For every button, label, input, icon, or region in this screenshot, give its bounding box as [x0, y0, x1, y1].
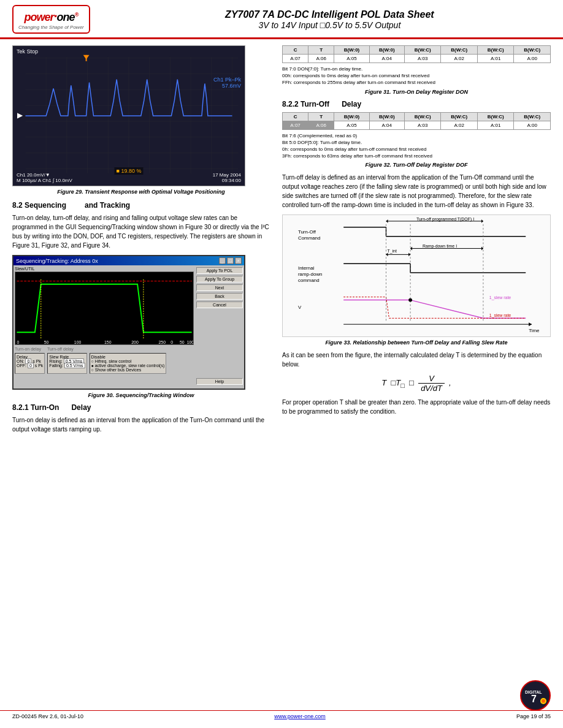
main-content: ▶ Tek Stop Ch1 Pk–Pk 57.6mV ■ 19.80 % Ch… [0, 39, 563, 445]
svg-text:Time: Time [529, 328, 540, 333]
footer-link[interactable]: www.power-one.com [274, 713, 326, 719]
fig33-caption: Figure 33. Relationship between Turn-Off… [282, 339, 551, 346]
scope-percentage: ■ 19.80 % [115, 167, 144, 175]
logo-box: power·one® Changing the Shape of Power [12, 5, 90, 34]
section-8-2-2-text3: For proper operation T shall be greater … [282, 398, 551, 416]
digital7-logo: DIGITAL 7 [520, 680, 551, 711]
svg-text:ramp-down: ramp-down [298, 271, 323, 277]
svg-text:Command: Command [298, 235, 320, 241]
fig30-caption: Figure 30. Sequencing/Tracking Window [12, 392, 270, 398]
fig29-caption: Figure 29. Transient Response with Optim… [12, 189, 270, 195]
right-column: C T B(W:0) B(W:0) B(W:C) B(W:C) B(W:C) B… [282, 45, 551, 439]
gui-maximize-btn[interactable]: □ [227, 257, 234, 264]
svg-text:Internal: Internal [298, 265, 315, 271]
header-title: ZY7007 7A DC-DC Intelligent POL Data She… [90, 9, 551, 30]
svg-text:50: 50 [180, 340, 185, 344]
svg-text:Turn-off programmed T(DOF) I: Turn-off programmed T(DOF) I [416, 217, 474, 222]
gui-slew-label: Slew/UTIL [15, 267, 194, 271]
title-line1: ZY7007 7A DC-DC Intelligent POL Data She… [109, 9, 551, 20]
footer-right: Page 19 of 35 [516, 713, 551, 719]
svg-text:▶: ▶ [17, 111, 23, 119]
svg-marker-40 [529, 323, 532, 327]
svg-point-76 [542, 699, 545, 703]
svg-text:200: 200 [131, 340, 139, 344]
footer-left: ZD-00245 Rev 2.6, 01-Jul-10 [12, 713, 83, 719]
logo-text: power·one® [24, 9, 78, 25]
svg-text:0: 0 [17, 340, 19, 344]
svg-text:7: 7 [531, 694, 537, 704]
logo-area: power·one® Changing the Shape of Power [12, 5, 90, 34]
svg-marker-67 [408, 253, 410, 257]
svg-text:150: 150 [104, 340, 112, 344]
svg-marker-19 [83, 55, 90, 59]
gui-disable-group: Disable ○ Hifreq. slew control ● active … [90, 353, 167, 374]
section-8-2-heading: 8.2 Sequencing and Tracking [12, 201, 270, 210]
oscilloscope-figure: ▶ Tek Stop Ch1 Pk–Pk 57.6mV ■ 19.80 % Ch… [12, 45, 245, 186]
equation-area: T □T□ □ V dV/dT , [282, 374, 551, 393]
svg-text:Turn-Off: Turn-Off [298, 229, 316, 235]
svg-marker-62 [410, 247, 412, 251]
section-8-2-1-heading: 8.2.1 Turn-On Delay [12, 403, 270, 412]
section-8-2-2-text2: As it can be seen from the figure, the i… [282, 351, 551, 369]
scope-ch1-label: Ch1 Pk–Pk 57.6mV [213, 77, 241, 89]
svg-text:1_slew rate: 1_slew rate [489, 314, 511, 319]
page-header: power·one® Changing the Shape of Power Z… [0, 0, 563, 39]
gui-next-btn[interactable]: Next [196, 284, 243, 291]
left-column: ▶ Tek Stop Ch1 Pk–Pk 57.6mV ■ 19.80 % Ch… [12, 45, 270, 439]
reg-dof-table: C T B(W:0) B(W:0) B(W:C) B(W:C) B(W:C) B… [282, 112, 551, 130]
gui-titlebar: Sequencing/Tracking: Address 0x _ □ × [13, 256, 244, 265]
fig31-caption: Figure 31. Turn-On Delay Register DON [282, 89, 551, 95]
gui-chart-left: Slew/UTIL 0 50 [13, 265, 195, 387]
svg-text:Ramp-down time I: Ramp-down time I [423, 245, 457, 249]
gui-back-btn[interactable]: Back [196, 293, 243, 300]
svg-text:0: 0 [170, 340, 173, 344]
svg-marker-63 [481, 247, 483, 251]
gui-right-panel: Apply To POL Apply To Group Next Back Ca… [195, 265, 244, 387]
svg-marker-58 [386, 219, 388, 223]
scope-date: 17 May 2004 09:34:00 [213, 172, 241, 183]
gui-cancel-btn[interactable]: Cancel [196, 301, 243, 308]
gui-apply-pol-btn[interactable]: Apply To POL [196, 267, 243, 274]
svg-text:command: command [298, 278, 320, 283]
svg-line-49 [410, 300, 483, 319]
svg-text:1_slew rate: 1_slew rate [489, 295, 511, 300]
section-8-2-text: Turn-on delay, turn-off delay, and risin… [12, 213, 270, 250]
svg-text:T_int: T_int [387, 249, 396, 254]
delay-diagram: Turn-Off Command Internal ramp-down comm… [282, 214, 551, 337]
section-8-2-2-heading: 8.2.2 Turn-Off Delay [282, 100, 551, 108]
gui-window: Sequencing/Tracking: Address 0x _ □ × Sl… [12, 255, 245, 390]
svg-point-69 [408, 298, 412, 302]
section-8-2-1-text: Turn-on delay is defined as an interval … [12, 415, 270, 434]
reg-dof-notes: Bit 7:6 (Complemented, read as 0) Bit 5:… [282, 132, 551, 160]
gui-minimize-btn[interactable]: _ [219, 257, 226, 264]
gui-close-btn[interactable]: × [235, 257, 242, 264]
gui-title: Sequencing/Tracking: Address 0x [16, 258, 98, 264]
equation-text: T □T□ □ V dV/dT , [381, 378, 451, 387]
svg-text:100: 100 [187, 340, 193, 344]
gui-bottom-labels: Turn-on delay Turn-off delay [15, 347, 194, 351]
svg-text:250: 250 [159, 340, 166, 344]
reg-don-notes: Bit 7:0 DON[7:0]: Turn-on delay time. 00… [282, 66, 551, 86]
svg-text:50: 50 [44, 340, 49, 344]
gui-chart: 0 50 100 150 200 250 0 50 100 [15, 271, 194, 345]
gui-close-buttons: _ □ × [219, 257, 242, 264]
reg-don-table: C T B(W:0) B(W:0) B(W:C) B(W:C) B(W:C) B… [282, 45, 551, 63]
logo-sub: Changing the Shape of Power [18, 25, 84, 30]
gui-delay-group: Delay ON: 0 s Pk OFF: 0 s Pk [15, 353, 45, 374]
gui-body: Slew/UTIL 0 50 [13, 265, 244, 387]
svg-marker-59 [481, 219, 483, 223]
svg-text:100: 100 [74, 340, 82, 344]
title-line2: 3V to 14V Input □0.5V to 5.5V Output [109, 20, 551, 30]
gui-help-btn[interactable]: Help [196, 378, 243, 385]
svg-text:V: V [298, 305, 302, 311]
page-footer: ZD-00245 Rev 2.6, 01-Jul-10 www.power-on… [0, 710, 563, 722]
section-8-2-2-text1: Turn-off delay is defined as an interval… [282, 173, 551, 210]
fig32-caption: Figure 32. Turn-Off Delay Register DOF [282, 162, 551, 168]
scope-label-top: Tek Stop [17, 48, 38, 55]
scope-bottom-left: Ch1 20.0mV/▼ M 100µs/ A Ch1 ∫ 10.0mV [17, 172, 72, 183]
gui-apply-group-btn[interactable]: Apply To Group [196, 276, 243, 282]
gui-slew-group: Slew Rate Rising: 0.5 V/ms Falling: 0.5 … [47, 353, 86, 374]
gui-controls-row: Delay ON: 0 s Pk OFF: 0 s Pk Slew Rate R… [15, 353, 194, 374]
